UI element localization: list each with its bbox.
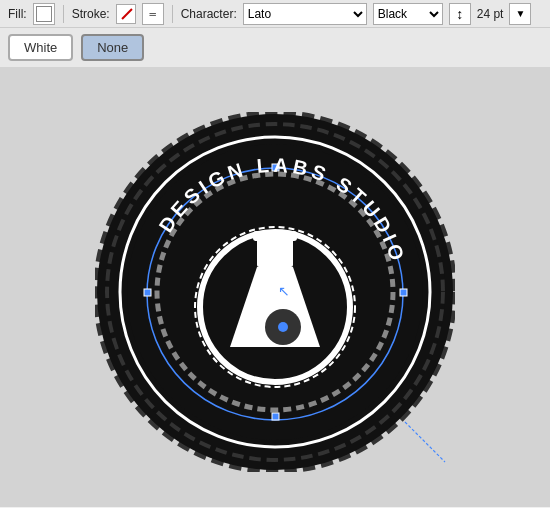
- svg-rect-13: [257, 237, 293, 267]
- svg-rect-10: [144, 289, 151, 296]
- stroke-label: Stroke:: [72, 7, 110, 21]
- separator-2: [172, 5, 173, 23]
- color-button-row: White None: [0, 28, 550, 67]
- stroke-color-picker[interactable]: [116, 4, 136, 24]
- fill-color-picker[interactable]: [33, 3, 55, 25]
- toolbar: Fill: Stroke: ═ Character: Lato Arial He…: [0, 0, 550, 28]
- color-select[interactable]: Black White Red: [373, 3, 443, 25]
- canvas-area: DESIGN LABS STUDIO ↖: [0, 67, 550, 507]
- separator-1: [63, 5, 64, 23]
- font-size-value: 24 pt: [477, 7, 504, 21]
- svg-rect-8: [400, 289, 407, 296]
- logo-container: DESIGN LABS STUDIO ↖: [95, 112, 455, 472]
- white-button[interactable]: White: [8, 34, 73, 61]
- none-button[interactable]: None: [81, 34, 144, 61]
- stroke-width-picker[interactable]: ═: [142, 3, 164, 25]
- svg-text:↖: ↖: [278, 283, 290, 299]
- font-size-decrease[interactable]: ↕: [449, 3, 471, 25]
- tire-svg: DESIGN LABS STUDIO ↖: [95, 112, 455, 472]
- font-size-dropdown[interactable]: ▼: [509, 3, 531, 25]
- svg-rect-9: [272, 413, 279, 420]
- svg-point-17: [278, 322, 288, 332]
- fill-label: Fill:: [8, 7, 27, 21]
- font-select[interactable]: Lato Arial Helvetica Times New Roman: [243, 3, 367, 25]
- svg-line-11: [405, 422, 445, 462]
- character-label: Character:: [181, 7, 237, 21]
